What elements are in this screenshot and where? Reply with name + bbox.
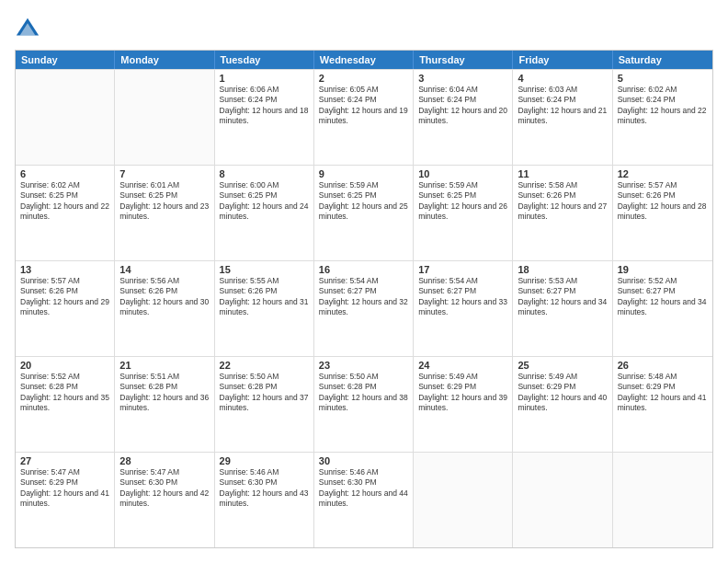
day-number: 4: [518, 73, 607, 84]
calendar-cell: 13Sunrise: 5:57 AM Sunset: 6:26 PM Dayli…: [16, 261, 115, 356]
calendar-cell: 24Sunrise: 5:49 AM Sunset: 6:29 PM Dayli…: [414, 357, 513, 452]
day-number: 2: [319, 73, 408, 84]
calendar-cell: [414, 453, 513, 547]
day-number: 28: [119, 455, 209, 466]
day-info: Sunrise: 5:55 AM Sunset: 6:26 PM Dayligh…: [220, 276, 309, 318]
day-info: Sunrise: 5:58 AM Sunset: 6:26 PM Dayligh…: [518, 180, 607, 223]
day-info: Sunrise: 5:53 AM Sunset: 6:27 PM Dayligh…: [518, 276, 607, 318]
logo: [15, 15, 42, 40]
day-number: 19: [618, 264, 708, 275]
day-number: 15: [220, 264, 309, 275]
calendar-cell: 22Sunrise: 5:50 AM Sunset: 6:28 PM Dayli…: [215, 357, 314, 452]
weekday-header: Tuesday: [215, 51, 314, 69]
calendar-week-row: 27Sunrise: 5:47 AM Sunset: 6:29 PM Dayli…: [16, 452, 712, 547]
day-info: Sunrise: 6:06 AM Sunset: 6:24 PM Dayligh…: [220, 85, 309, 127]
day-info: Sunrise: 5:47 AM Sunset: 6:29 PM Dayligh…: [20, 467, 109, 510]
day-number: 18: [518, 264, 607, 275]
day-info: Sunrise: 5:59 AM Sunset: 6:25 PM Dayligh…: [418, 180, 507, 223]
day-number: 14: [119, 264, 209, 275]
day-info: Sunrise: 5:56 AM Sunset: 6:26 PM Dayligh…: [119, 276, 209, 318]
day-info: Sunrise: 6:02 AM Sunset: 6:25 PM Dayligh…: [20, 180, 109, 223]
day-info: Sunrise: 5:48 AM Sunset: 6:29 PM Dayligh…: [618, 372, 708, 414]
calendar-week-row: 13Sunrise: 5:57 AM Sunset: 6:26 PM Dayli…: [16, 260, 712, 356]
calendar-cell: 21Sunrise: 5:51 AM Sunset: 6:28 PM Dayli…: [115, 357, 214, 452]
day-info: Sunrise: 5:47 AM Sunset: 6:30 PM Dayligh…: [119, 467, 209, 510]
day-number: 29: [220, 455, 309, 466]
calendar-cell: 4Sunrise: 6:03 AM Sunset: 6:24 PM Daylig…: [513, 70, 612, 165]
calendar-cell: 11Sunrise: 5:58 AM Sunset: 6:26 PM Dayli…: [513, 166, 612, 260]
day-info: Sunrise: 6:05 AM Sunset: 6:24 PM Dayligh…: [319, 85, 408, 127]
day-info: Sunrise: 6:03 AM Sunset: 6:24 PM Dayligh…: [518, 85, 607, 127]
day-info: Sunrise: 5:59 AM Sunset: 6:25 PM Dayligh…: [319, 180, 408, 223]
day-number: 25: [518, 360, 607, 371]
day-number: 16: [319, 264, 408, 275]
day-info: Sunrise: 5:50 AM Sunset: 6:28 PM Dayligh…: [319, 372, 408, 414]
weekday-header: Wednesday: [314, 51, 414, 69]
calendar-week-row: 20Sunrise: 5:52 AM Sunset: 6:28 PM Dayli…: [16, 356, 712, 452]
calendar-cell: 9Sunrise: 5:59 AM Sunset: 6:25 PM Daylig…: [314, 166, 414, 260]
logo-icon: [15, 15, 40, 40]
calendar-cell: 20Sunrise: 5:52 AM Sunset: 6:28 PM Dayli…: [16, 357, 115, 452]
calendar-cell: 10Sunrise: 5:59 AM Sunset: 6:25 PM Dayli…: [414, 166, 513, 260]
day-number: 17: [418, 264, 507, 275]
day-number: 11: [518, 168, 607, 179]
day-info: Sunrise: 6:01 AM Sunset: 6:25 PM Dayligh…: [119, 180, 209, 223]
day-info: Sunrise: 5:52 AM Sunset: 6:27 PM Dayligh…: [618, 276, 708, 318]
calendar-cell: [115, 70, 214, 165]
day-number: 23: [319, 360, 408, 371]
day-number: 26: [618, 360, 708, 371]
calendar-cell: 1Sunrise: 6:06 AM Sunset: 6:24 PM Daylig…: [215, 70, 314, 165]
day-number: 9: [319, 168, 408, 179]
calendar-cell: 26Sunrise: 5:48 AM Sunset: 6:29 PM Dayli…: [613, 357, 712, 452]
calendar-header: SundayMondayTuesdayWednesdayThursdayFrid…: [16, 51, 712, 69]
day-number: 7: [119, 168, 209, 179]
calendar-cell: [613, 453, 712, 547]
day-info: Sunrise: 5:46 AM Sunset: 6:30 PM Dayligh…: [319, 467, 408, 510]
calendar-cell: 14Sunrise: 5:56 AM Sunset: 6:26 PM Dayli…: [115, 261, 214, 356]
day-info: Sunrise: 5:51 AM Sunset: 6:28 PM Dayligh…: [119, 372, 209, 414]
day-number: 10: [418, 168, 507, 179]
calendar-cell: 27Sunrise: 5:47 AM Sunset: 6:29 PM Dayli…: [16, 453, 115, 547]
calendar-cell: 17Sunrise: 5:54 AM Sunset: 6:27 PM Dayli…: [414, 261, 513, 356]
day-number: 1: [220, 73, 309, 84]
calendar-cell: 18Sunrise: 5:53 AM Sunset: 6:27 PM Dayli…: [513, 261, 612, 356]
calendar-cell: 28Sunrise: 5:47 AM Sunset: 6:30 PM Dayli…: [115, 453, 214, 547]
calendar-cell: 29Sunrise: 5:46 AM Sunset: 6:30 PM Dayli…: [215, 453, 314, 547]
header: [15, 15, 713, 40]
day-number: 6: [20, 168, 109, 179]
weekday-header: Saturday: [613, 51, 712, 69]
calendar-cell: 16Sunrise: 5:54 AM Sunset: 6:27 PM Dayli…: [314, 261, 414, 356]
page: SundayMondayTuesdayWednesdayThursdayFrid…: [0, 0, 728, 563]
day-info: Sunrise: 5:57 AM Sunset: 6:26 PM Dayligh…: [20, 276, 109, 318]
day-info: Sunrise: 5:54 AM Sunset: 6:27 PM Dayligh…: [319, 276, 408, 318]
weekday-header: Thursday: [414, 51, 513, 69]
calendar-cell: 8Sunrise: 6:00 AM Sunset: 6:25 PM Daylig…: [215, 166, 314, 260]
day-info: Sunrise: 6:04 AM Sunset: 6:24 PM Dayligh…: [418, 85, 507, 127]
calendar-cell: 3Sunrise: 6:04 AM Sunset: 6:24 PM Daylig…: [414, 70, 513, 165]
calendar-cell: 23Sunrise: 5:50 AM Sunset: 6:28 PM Dayli…: [314, 357, 414, 452]
day-number: 12: [618, 168, 708, 179]
day-info: Sunrise: 5:57 AM Sunset: 6:26 PM Dayligh…: [618, 180, 708, 223]
day-info: Sunrise: 5:49 AM Sunset: 6:29 PM Dayligh…: [418, 372, 507, 414]
weekday-header: Sunday: [16, 51, 115, 69]
day-number: 13: [20, 264, 109, 275]
calendar-cell: 30Sunrise: 5:46 AM Sunset: 6:30 PM Dayli…: [314, 453, 414, 547]
calendar-cell: 25Sunrise: 5:49 AM Sunset: 6:29 PM Dayli…: [513, 357, 612, 452]
day-info: Sunrise: 5:46 AM Sunset: 6:30 PM Dayligh…: [220, 467, 309, 510]
day-number: 27: [20, 455, 109, 466]
calendar-week-row: 1Sunrise: 6:06 AM Sunset: 6:24 PM Daylig…: [16, 69, 712, 165]
calendar-cell: 12Sunrise: 5:57 AM Sunset: 6:26 PM Dayli…: [613, 166, 712, 260]
day-info: Sunrise: 5:54 AM Sunset: 6:27 PM Dayligh…: [418, 276, 507, 318]
calendar-cell: 7Sunrise: 6:01 AM Sunset: 6:25 PM Daylig…: [115, 166, 214, 260]
day-info: Sunrise: 5:49 AM Sunset: 6:29 PM Dayligh…: [518, 372, 607, 414]
calendar-cell: 6Sunrise: 6:02 AM Sunset: 6:25 PM Daylig…: [16, 166, 115, 260]
day-info: Sunrise: 5:50 AM Sunset: 6:28 PM Dayligh…: [220, 372, 309, 414]
weekday-header: Monday: [115, 51, 214, 69]
day-number: 5: [618, 73, 708, 84]
day-info: Sunrise: 5:52 AM Sunset: 6:28 PM Dayligh…: [20, 372, 109, 414]
day-number: 22: [220, 360, 309, 371]
calendar-cell: 5Sunrise: 6:02 AM Sunset: 6:24 PM Daylig…: [613, 70, 712, 165]
weekday-header: Friday: [513, 51, 612, 69]
calendar-cell: 2Sunrise: 6:05 AM Sunset: 6:24 PM Daylig…: [314, 70, 414, 165]
calendar-week-row: 6Sunrise: 6:02 AM Sunset: 6:25 PM Daylig…: [16, 165, 712, 260]
